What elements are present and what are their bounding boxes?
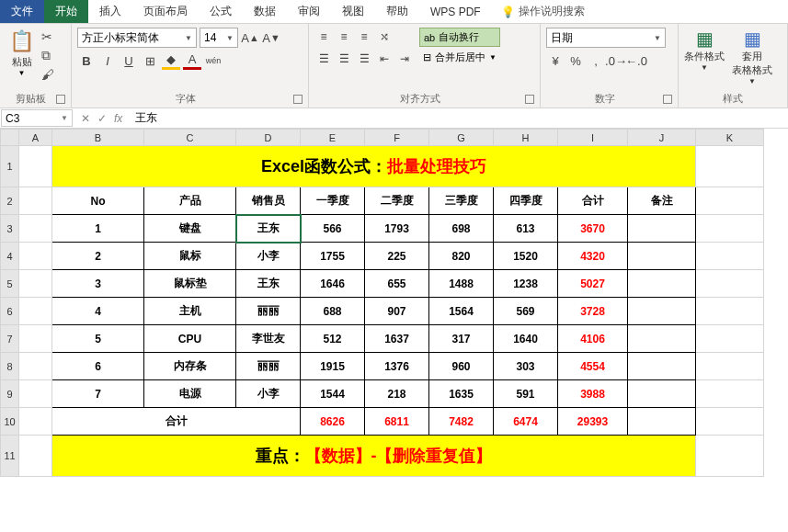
table-header[interactable]: 三季度 [429, 187, 494, 215]
enter-icon[interactable]: ✓ [97, 112, 107, 125]
cell-note[interactable] [628, 243, 696, 270]
cell-q3[interactable]: 1635 [429, 380, 494, 408]
dialog-launcher-icon[interactable] [293, 95, 303, 104]
format-painter-button[interactable]: 🖌 [41, 67, 54, 82]
increase-font-button[interactable]: A▲ [241, 28, 259, 47]
fill-color-button[interactable]: ◆ [162, 51, 180, 70]
cell-prod[interactable]: 键盘 [144, 215, 236, 243]
cell-q2[interactable]: 225 [365, 243, 429, 270]
cell-note[interactable] [628, 298, 696, 325]
indent-increase-button[interactable]: ⇥ [395, 50, 414, 68]
cell[interactable] [696, 270, 764, 298]
bold-button[interactable]: B [77, 51, 96, 70]
cell-sum[interactable]: 4554 [558, 353, 628, 380]
cell[interactable] [19, 353, 52, 380]
col-header[interactable]: E [301, 130, 365, 146]
row-header[interactable]: 11 [1, 436, 19, 477]
col-header[interactable]: J [628, 130, 696, 146]
row-header[interactable]: 1 [1, 146, 19, 187]
cell-no[interactable]: 6 [52, 353, 144, 380]
cell-prod[interactable]: 鼠标 [144, 243, 236, 270]
menu-wps[interactable]: WPS PDF [419, 0, 492, 23]
conditional-format-button[interactable]: ▦ 条件格式 ▼ [684, 28, 725, 85]
total-q2[interactable]: 6811 [365, 408, 429, 436]
cell-sales[interactable]: 小李 [236, 380, 301, 408]
menu-home[interactable]: 开始 [44, 0, 88, 23]
wrap-text-button[interactable]: ab 自动换行 [419, 28, 500, 47]
cell[interactable] [696, 436, 764, 477]
cancel-icon[interactable]: ✕ [81, 112, 90, 125]
cell-sales[interactable]: 王东 [236, 270, 301, 298]
cell-q4[interactable]: 1238 [494, 270, 558, 298]
row-header[interactable]: 9 [1, 380, 19, 408]
percent-button[interactable]: % [566, 51, 585, 70]
align-middle-button[interactable]: ≡ [335, 28, 353, 46]
align-left-button[interactable]: ☰ [314, 50, 333, 68]
col-header[interactable]: H [494, 130, 558, 146]
increase-decimal-button[interactable]: .0→ [607, 51, 625, 70]
cell-note[interactable] [628, 325, 696, 353]
decrease-font-button[interactable]: A▼ [262, 28, 280, 47]
merge-center-button[interactable]: ⊟ 合并后居中 ▼ [419, 49, 500, 66]
orientation-button[interactable]: ⤭ [375, 28, 394, 46]
cell-q1[interactable]: 1544 [301, 380, 365, 408]
cell[interactable] [19, 270, 52, 298]
cell-note[interactable] [628, 270, 696, 298]
cell-note[interactable] [628, 380, 696, 408]
cell-no[interactable]: 4 [52, 298, 144, 325]
table-header[interactable]: 销售员 [236, 187, 301, 215]
row-header[interactable]: 4 [1, 243, 19, 270]
phonetic-button[interactable]: wén [204, 51, 223, 70]
row-header[interactable]: 3 [1, 215, 19, 243]
select-all-corner[interactable] [1, 130, 19, 146]
col-header[interactable]: C [144, 130, 236, 146]
cell[interactable] [696, 187, 764, 215]
cell-q4[interactable]: 569 [494, 298, 558, 325]
cell-q4[interactable]: 613 [494, 215, 558, 243]
cell[interactable] [19, 187, 52, 215]
cell[interactable] [696, 325, 764, 353]
cell-q2[interactable]: 1793 [365, 215, 429, 243]
banner-cell[interactable]: 重点：【数据】-【删除重复值】 [52, 436, 696, 477]
cell[interactable] [19, 408, 52, 436]
banner-cell[interactable]: Excel函数公式：批量处理技巧 [52, 146, 696, 187]
menu-layout[interactable]: 页面布局 [132, 0, 199, 23]
cell-q1[interactable]: 1915 [301, 353, 365, 380]
cell[interactable] [696, 408, 764, 436]
cell-sum[interactable]: 4320 [558, 243, 628, 270]
total-q4[interactable]: 6474 [494, 408, 558, 436]
total-q3[interactable]: 7482 [429, 408, 494, 436]
cell[interactable] [19, 215, 52, 243]
cell-q1[interactable]: 566 [301, 215, 365, 243]
cell[interactable] [696, 215, 764, 243]
cell-q3[interactable]: 1488 [429, 270, 494, 298]
cell-note[interactable] [628, 353, 696, 380]
cell-note[interactable] [628, 408, 696, 436]
col-header[interactable]: A [19, 130, 52, 146]
row-header[interactable]: 5 [1, 270, 19, 298]
border-button[interactable]: ⊞ [141, 51, 159, 70]
cell-q1[interactable]: 1755 [301, 243, 365, 270]
cell[interactable] [696, 298, 764, 325]
underline-button[interactable]: U [120, 51, 138, 70]
cell-no[interactable]: 7 [52, 380, 144, 408]
table-format-button[interactable]: ▦ 套用 表格格式 ▼ [732, 28, 772, 85]
cell-q1[interactable]: 1646 [301, 270, 365, 298]
table-header[interactable]: 四季度 [494, 187, 558, 215]
accounting-button[interactable]: ¥ [546, 51, 565, 70]
cell-q2[interactable]: 218 [365, 380, 429, 408]
cell-q4[interactable]: 591 [494, 380, 558, 408]
col-header[interactable]: I [558, 130, 628, 146]
row-header[interactable]: 2 [1, 187, 19, 215]
table-header[interactable]: 合计 [558, 187, 628, 215]
cell-q2[interactable]: 907 [365, 298, 429, 325]
cell-sales[interactable]: 小李 [236, 243, 301, 270]
cell-q3[interactable]: 317 [429, 325, 494, 353]
cell-sales[interactable]: 丽丽 [236, 298, 301, 325]
cell-no[interactable]: 3 [52, 270, 144, 298]
dialog-launcher-icon[interactable] [56, 95, 65, 104]
copy-button[interactable]: ⧉ [41, 48, 54, 63]
fx-icon[interactable]: fx [114, 112, 122, 125]
row-header[interactable]: 10 [1, 408, 19, 436]
name-box[interactable]: C3 ▼ [1, 109, 73, 127]
